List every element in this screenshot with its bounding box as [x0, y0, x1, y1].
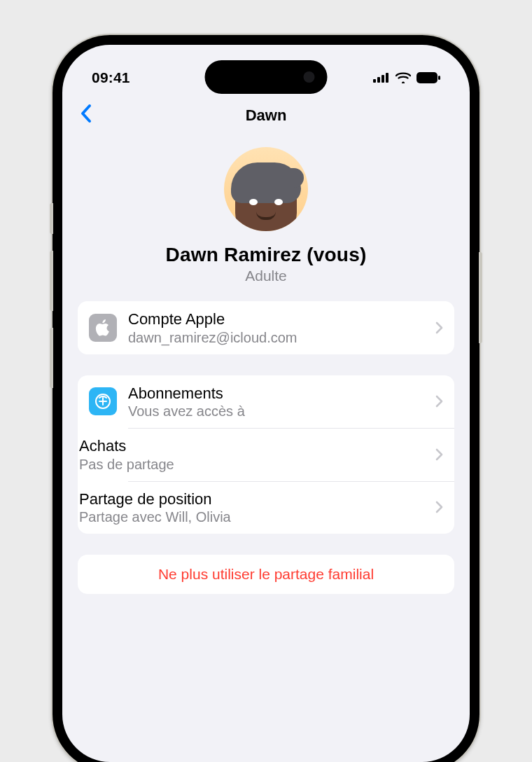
- battery-icon: [416, 72, 440, 83]
- status-icons: [373, 72, 440, 83]
- stop-family-sharing-label: Ne plus utiliser le partage familial: [89, 566, 443, 583]
- svg-rect-5: [438, 76, 440, 80]
- back-button[interactable]: [79, 104, 106, 126]
- chevron-left-icon: [79, 104, 92, 123]
- subscriptions-title: Abonnements: [128, 384, 430, 403]
- apple-account-title: Compte Apple: [128, 310, 430, 329]
- profile-section: Dawn Ramirez (vous) Adulte: [62, 133, 470, 301]
- sharing-settings-group: Abonnements Vous avez accès à Achats: [78, 375, 454, 534]
- nav-bar: Dawn: [62, 94, 470, 133]
- subscriptions-subtitle: Vous avez accès à: [128, 403, 430, 420]
- purchases-row[interactable]: Achats Pas de partage: [78, 428, 454, 481]
- profile-name: Dawn Ramirez (vous): [166, 244, 367, 266]
- side-buttons-right: [479, 252, 482, 343]
- apple-account-email: dawn_ramirez@icloud.com: [128, 329, 430, 346]
- location-subtitle: Partage avec Will, Olivia: [79, 508, 430, 525]
- status-time: 09:41: [92, 69, 130, 86]
- svg-rect-0: [373, 79, 376, 83]
- subscriptions-icon: [89, 387, 117, 415]
- screen: 09:41: [62, 45, 470, 762]
- svg-rect-1: [377, 77, 380, 83]
- chevron-right-icon: [435, 501, 443, 513]
- nav-title: Dawn: [246, 106, 287, 125]
- wifi-icon: [396, 72, 411, 83]
- chevron-right-icon: [435, 448, 443, 461]
- subscriptions-row[interactable]: Abonnements Vous avez accès à: [78, 375, 454, 429]
- apple-account-group: Compte Apple dawn_ramirez@icloud.com: [78, 301, 454, 354]
- svg-rect-2: [382, 75, 384, 83]
- svg-rect-3: [386, 73, 388, 83]
- profile-role: Adulte: [245, 268, 287, 284]
- cellular-icon: [373, 73, 390, 83]
- chevron-right-icon: [435, 321, 443, 334]
- stop-family-sharing-button[interactable]: Ne plus utiliser le partage familial: [78, 555, 454, 594]
- dynamic-island: [205, 60, 328, 94]
- memoji-icon: [235, 168, 297, 231]
- chevron-right-icon: [435, 395, 443, 408]
- purchases-subtitle: Pas de partage: [79, 456, 430, 473]
- phone-frame: 09:41: [52, 35, 479, 762]
- svg-rect-4: [416, 72, 438, 83]
- purchases-title: Achats: [79, 436, 430, 456]
- avatar: [224, 147, 308, 231]
- apple-logo-icon: [89, 314, 117, 342]
- location-title: Partage de position: [79, 490, 430, 509]
- side-buttons-left: [50, 203, 53, 405]
- apple-account-row[interactable]: Compte Apple dawn_ramirez@icloud.com: [78, 301, 454, 354]
- location-sharing-row[interactable]: Partage de position Partage avec Will, O…: [78, 481, 454, 534]
